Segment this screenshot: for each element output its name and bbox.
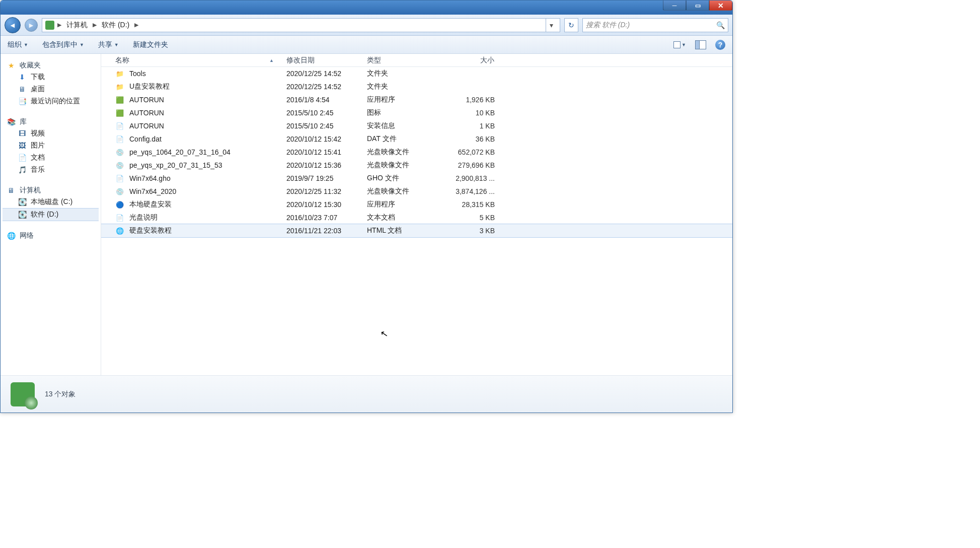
music-icon: 🎵	[18, 165, 27, 174]
sidebar-head-network[interactable]: 🌐网络	[3, 230, 99, 241]
breadcrumb-root[interactable]: 计算机	[63, 21, 91, 30]
breadcrumb[interactable]: ▶ 计算机 ▶ 软件 (D:) ▶ ▾	[42, 18, 560, 32]
column-name[interactable]: 名称▲	[111, 56, 282, 65]
include-library-menu[interactable]: 包含到库中▼	[42, 40, 84, 49]
sidebar-item-videos[interactable]: 🎞视频	[3, 127, 99, 140]
file-type: 光盘映像文件	[363, 161, 443, 170]
file-size: 1,926 KB	[443, 96, 499, 104]
file-row[interactable]: 🔵本地硬盘安装2020/10/12 15:30应用程序28,315 KB	[101, 198, 732, 211]
file-row[interactable]: 📁U盘安装教程2020/12/25 14:52文件夹	[101, 80, 732, 93]
sidebar-head-label: 库	[20, 117, 27, 126]
file-row[interactable]: 💿pe_yqs_1064_20_07_31_16_042020/10/12 15…	[101, 146, 732, 159]
sidebar-item-drive-d[interactable]: 💽软件 (D:)	[3, 208, 99, 221]
file-name: Win7x64.gho	[129, 174, 171, 182]
chevron-down-icon: ▼	[80, 42, 84, 47]
sidebar-item-recent[interactable]: 📑最近访问的位置	[3, 95, 99, 107]
file-size: 3,874,126 ...	[443, 187, 499, 195]
sidebar-group-computer: 🖥计算机 💽本地磁盘 (C:) 💽软件 (D:)	[3, 185, 99, 221]
chevron-down-icon: ▼	[24, 42, 28, 47]
file-name: 硬盘安装教程	[129, 226, 172, 235]
column-size[interactable]: 大小	[443, 56, 499, 65]
help-button[interactable]: ?	[715, 40, 725, 50]
file-dat-icon: 📄	[115, 134, 124, 144]
file-type: 图标	[363, 108, 443, 117]
sidebar-head-libraries[interactable]: 📚库	[3, 116, 99, 127]
file-name: 本地硬盘安装	[129, 200, 172, 209]
sidebar: ★收藏夹 ⬇下载 🖥桌面 📑最近访问的位置 📚库 🎞视频 🖼图片 📄文档 🎵音乐…	[1, 54, 101, 375]
sidebar-head-computer[interactable]: 🖥计算机	[3, 185, 99, 196]
column-type[interactable]: 类型	[363, 56, 443, 65]
file-name: Win7x64_2020	[129, 187, 176, 195]
preview-pane-button[interactable]	[695, 40, 706, 49]
organize-menu[interactable]: 组织▼	[8, 40, 28, 49]
file-size: 279,696 KB	[443, 161, 499, 169]
breadcrumb-dropdown-icon[interactable]: ▾	[546, 18, 557, 32]
file-row[interactable]: 💿Win7x64_20202020/12/25 11:32光盘映像文件3,874…	[101, 185, 732, 198]
file-row[interactable]: 💿pe_yqs_xp_20_07_31_15_532020/10/12 15:3…	[101, 159, 732, 172]
file-date: 2015/5/10 2:45	[282, 122, 363, 130]
sidebar-item-label: 文档	[31, 153, 45, 162]
include-label: 包含到库中	[42, 40, 78, 49]
share-label: 共享	[98, 40, 112, 49]
file-date: 2020/10/12 15:41	[282, 148, 363, 156]
close-button[interactable]: ✕	[709, 1, 732, 11]
column-date[interactable]: 修改日期	[282, 56, 363, 65]
sidebar-item-label: 软件 (D:)	[31, 210, 58, 219]
share-menu[interactable]: 共享▼	[98, 40, 119, 49]
file-size: 10 KB	[443, 109, 499, 117]
new-folder-button[interactable]: 新建文件夹	[133, 40, 168, 49]
file-inf-icon: 📄	[115, 121, 124, 130]
file-type: 文件夹	[363, 82, 443, 91]
maximize-button[interactable]: ▭	[686, 1, 709, 11]
file-type: 应用程序	[363, 200, 443, 209]
search-input[interactable]: 搜索 软件 (D:) 🔍	[582, 18, 728, 32]
sidebar-item-label: 桌面	[31, 85, 45, 94]
file-iso-icon: 💿	[115, 148, 124, 157]
sidebar-item-music[interactable]: 🎵音乐	[3, 164, 99, 176]
sidebar-item-documents[interactable]: 📄文档	[3, 152, 99, 164]
file-row[interactable]: 🟩AUTORUN2016/1/8 4:54应用程序1,926 KB	[101, 93, 732, 106]
column-headers: 名称▲ 修改日期 类型 大小	[101, 54, 732, 67]
file-row[interactable]: 📄光盘说明2016/10/23 7:07文本文档5 KB	[101, 211, 732, 224]
desktop-icon: 🖥	[18, 85, 27, 94]
refresh-button[interactable]: ↻	[564, 18, 578, 32]
sidebar-item-downloads[interactable]: ⬇下载	[3, 71, 99, 83]
back-button[interactable]: ◄	[5, 17, 21, 33]
drive-large-icon	[11, 382, 35, 406]
file-row[interactable]: 📄Config.dat2020/10/12 15:42DAT 文件36 KB	[101, 132, 732, 146]
file-size: 3 KB	[443, 227, 499, 235]
sidebar-item-label: 图片	[31, 141, 45, 150]
sidebar-item-drive-c[interactable]: 💽本地磁盘 (C:)	[3, 196, 99, 208]
file-type: 文件夹	[363, 69, 443, 78]
sort-asc-icon: ▲	[269, 58, 274, 63]
file-date: 2020/12/25 11:32	[282, 187, 363, 195]
file-row[interactable]: 📄Win7x64.gho2019/9/7 19:25GHO 文件2,900,81…	[101, 172, 732, 185]
file-name: AUTORUN	[129, 96, 164, 104]
network-icon: 🌐	[7, 231, 16, 240]
sidebar-head-favorites[interactable]: ★收藏夹	[3, 60, 99, 71]
file-type: 文本文档	[363, 213, 443, 222]
file-date: 2019/9/7 19:25	[282, 174, 363, 182]
file-row[interactable]: 🟩AUTORUN2015/5/10 2:45图标10 KB	[101, 106, 732, 119]
file-row[interactable]: 📁Tools2020/12/25 14:52文件夹	[101, 67, 732, 80]
file-name: pe_yqs_1064_20_07_31_16_04	[129, 148, 231, 156]
view-mode-button[interactable]: ▼	[673, 41, 686, 48]
sidebar-group-network: 🌐网络	[3, 230, 99, 241]
column-label: 类型	[367, 56, 381, 64]
file-iso-icon: 💿	[115, 187, 124, 196]
file-size: 652,072 KB	[443, 148, 499, 156]
document-icon: 📄	[18, 153, 27, 162]
status-bar: 13 个对象	[1, 375, 732, 413]
sidebar-item-pictures[interactable]: 🖼图片	[3, 140, 99, 152]
file-date: 2016/11/21 22:03	[282, 227, 363, 235]
file-size: 36 KB	[443, 135, 499, 143]
forward-button[interactable]: ►	[25, 19, 38, 32]
minimize-button[interactable]: ─	[663, 1, 686, 11]
file-row[interactable]: 🌐硬盘安装教程2016/11/21 22:03HTML 文档3 KB	[101, 224, 732, 237]
status-text: 13 个对象	[45, 390, 76, 399]
breadcrumb-drive[interactable]: 软件 (D:)	[99, 21, 132, 30]
sidebar-item-desktop[interactable]: 🖥桌面	[3, 83, 99, 95]
file-row[interactable]: 📄AUTORUN2015/5/10 2:45安装信息1 KB	[101, 119, 732, 132]
chevron-down-icon: ▼	[114, 42, 119, 47]
titlebar[interactable]: ─ ▭ ✕	[1, 1, 732, 15]
